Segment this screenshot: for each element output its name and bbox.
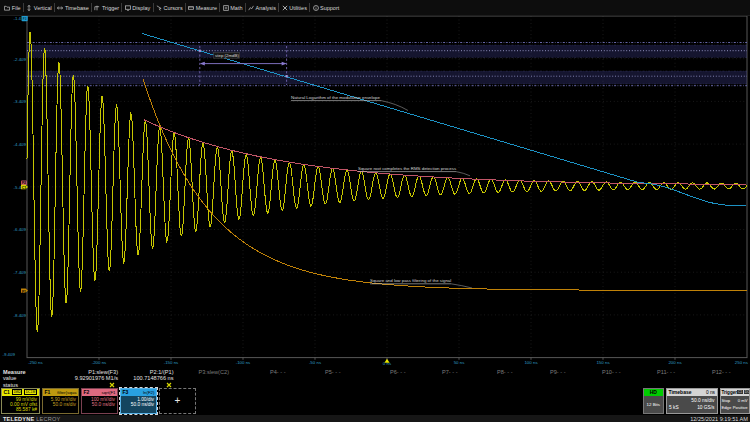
svg-text:100 ns: 100 ns [524,360,538,365]
svg-text:200 ns: 200 ns [668,360,682,365]
svg-text:-9.409: -9.409 [3,352,16,357]
svg-text:250 ns: 250 ns [735,360,749,365]
svg-text:-200 ns: -200 ns [92,360,107,365]
svg-text:Square and low pass filtering: Square and low pass filtering of the sig… [370,278,451,283]
svg-text:50 ns: 50 ns [454,360,466,365]
svg-text:-1.4: -1.4 [13,16,21,21]
svg-text:F2: F2 [22,181,26,185]
svg-text:-8.409: -8.409 [14,313,27,318]
svg-text:-2.409: -2.409 [14,57,27,62]
svg-text:C1: C1 [22,186,27,190]
svg-text:150 ns: 150 ns [596,360,610,365]
svg-text:-4.409: -4.409 [14,142,27,147]
svg-text:-250 ns: -250 ns [28,360,43,365]
svg-text:F3: F3 [23,17,27,21]
svg-text:step (2mdB): step (2mdB) [215,53,239,58]
svg-text:-100 ns: -100 ns [236,360,251,365]
svg-text:-3.409: -3.409 [14,99,27,104]
svg-text:-6.409: -6.409 [14,227,27,232]
svg-text:-150 ns: -150 ns [164,360,179,365]
svg-text:-50 ns: -50 ns [309,360,322,365]
svg-text:F1: F1 [22,290,26,294]
svg-text:Square root completes the RMS: Square root completes the RMS detection … [358,166,457,171]
svg-text:Natural Logarithm of the modul: Natural Logarithm of the modulation enve… [291,95,380,100]
svg-text:-7.409: -7.409 [14,270,27,275]
